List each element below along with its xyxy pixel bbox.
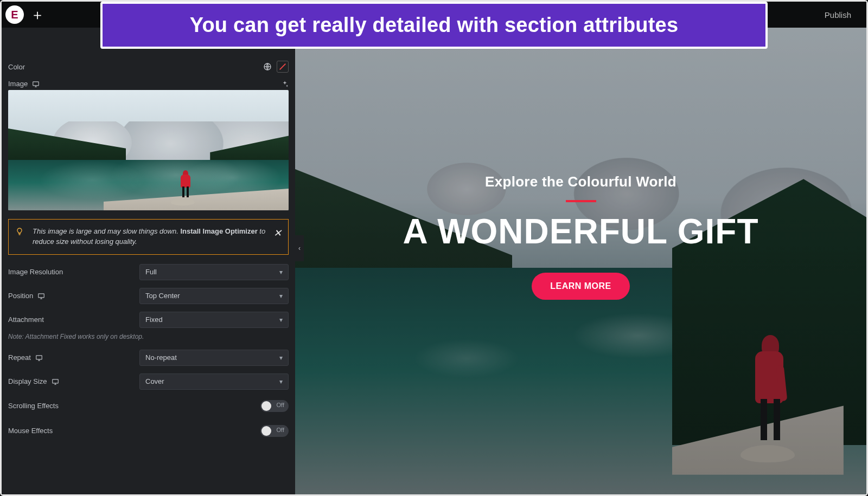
learn-more-button[interactable]: LEARN MORE: [532, 273, 630, 300]
close-icon[interactable]: ✕: [273, 226, 282, 240]
desktop-icon[interactable]: [32, 80, 40, 88]
attachment-note: Note: Attachment Fixed works only on des…: [2, 332, 295, 346]
display-size-select[interactable]: Cover▾: [139, 373, 289, 390]
attachment-label: Attachment: [8, 315, 44, 324]
globe-icon[interactable]: [261, 61, 273, 73]
svg-rect-5: [52, 379, 58, 383]
position-select[interactable]: Top Center▾: [139, 288, 289, 304]
mouse-effects-row: Mouse Effects Off: [2, 418, 295, 443]
position-label: Position: [8, 292, 33, 300]
desktop-icon[interactable]: [52, 378, 59, 385]
hero-content: Explore the Colourful World A WONDERFUL …: [295, 173, 866, 300]
hero-section: Explore the Colourful World A WONDERFUL …: [295, 2, 866, 494]
chevron-down-icon: ▾: [279, 354, 283, 362]
add-element-button[interactable]: ＋: [28, 5, 47, 24]
scrolling-effects-label: Scrolling Effects: [8, 402, 260, 410]
image-label: Image: [8, 80, 28, 88]
image-row: Image: [2, 76, 295, 90]
elementor-logo-icon: E: [5, 5, 24, 24]
mouse-effects-toggle[interactable]: Off: [260, 425, 289, 437]
chevron-down-icon: ▾: [279, 268, 283, 276]
preview-canvas[interactable]: Explore the Colourful World A WONDERFUL …: [295, 2, 866, 494]
hero-divider: [566, 200, 596, 202]
scrolling-effects-toggle[interactable]: Off: [260, 400, 289, 412]
image-resolution-select[interactable]: Full▾: [139, 264, 289, 280]
chevron-down-icon: ▾: [279, 292, 283, 300]
annotation-banner: You can get really detailed with section…: [100, 2, 768, 49]
hero-subtitle: Explore the Colourful World: [295, 173, 866, 190]
desktop-icon[interactable]: [37, 292, 45, 300]
repeat-label: Repeat: [8, 353, 31, 362]
sparkle-icon[interactable]: [281, 80, 289, 88]
scrolling-effects-row: Scrolling Effects Off: [2, 394, 295, 418]
attachment-row: Attachment Fixed▾: [2, 308, 295, 332]
publish-button[interactable]: Publish: [809, 2, 866, 28]
app-root: E ＋ Publish You can get really detailed …: [0, 0, 868, 496]
display-size-label: Display Size: [8, 377, 47, 385]
style-panel: Color Image: [2, 2, 295, 494]
repeat-select[interactable]: No-repeat▾: [139, 350, 289, 366]
svg-rect-2: [33, 81, 39, 85]
hero-headline: A WONDERFUL GIFT: [295, 214, 866, 249]
desktop-icon[interactable]: [35, 354, 43, 362]
background-image-preview[interactable]: [8, 90, 289, 210]
color-row: Color: [2, 57, 295, 76]
panel-collapse-button[interactable]: ‹: [295, 235, 304, 261]
svg-rect-4: [36, 356, 42, 359]
attachment-select[interactable]: Fixed▾: [139, 312, 289, 328]
chevron-down-icon: ▾: [279, 378, 283, 385]
elementor-logo[interactable]: E: [2, 2, 28, 28]
color-label: Color: [8, 63, 25, 71]
color-clear-icon[interactable]: [277, 61, 289, 73]
tip-text: This image is large and may slow things …: [33, 227, 265, 246]
svg-line-1: [280, 64, 286, 70]
image-optimizer-tip: This image is large and may slow things …: [8, 219, 289, 255]
repeat-row: Repeat No-repeat▾: [2, 346, 295, 370]
display-size-row: Display Size Cover▾: [2, 370, 295, 394]
lightbulb-icon: [15, 227, 24, 236]
svg-rect-3: [39, 294, 44, 298]
chevron-down-icon: ▾: [279, 316, 283, 324]
image-resolution-label: Image Resolution: [8, 268, 63, 276]
mouse-effects-label: Mouse Effects: [8, 427, 260, 435]
image-resolution-row: Image Resolution Full▾: [2, 260, 295, 284]
position-row: Position Top Center▾: [2, 284, 295, 308]
